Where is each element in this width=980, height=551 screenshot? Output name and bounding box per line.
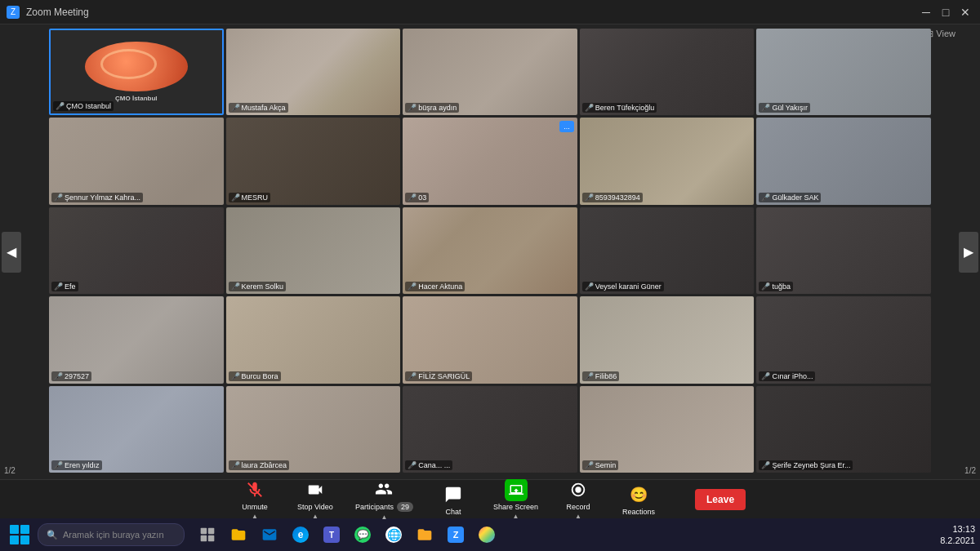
zoom-taskbar-app[interactable]: Z [441,520,470,549]
svg-rect-5 [201,535,207,542]
video-cell-burcu: 🎤 Burcu Bora [226,296,401,383]
search-placeholder: Aramak için buraya yazın [63,530,164,540]
maximize-button[interactable]: □ [938,4,954,20]
taskbar-search[interactable]: 🔍 Aramak için buraya yazın [38,523,185,546]
video-cell-serife: 🎤 Şerife Zeyneb Şura Er... [756,386,931,473]
windows-logo [10,525,29,544]
window-controls: ─ □ ✕ [918,4,973,20]
video-icon [304,478,327,501]
participant-name-cmo: 🎤 ÇMO Istanbul [53,101,114,111]
participant-name-semin: 🎤 Semin [582,460,619,470]
participant-name-serife: 🎤 Şerife Zeyneb Şura Er... [759,460,853,470]
explorer-app[interactable] [410,520,439,549]
participant-name-tugba: 🎤 tuğba [759,282,793,291]
video-cell-hacer: 🎤 Hacer Aktuna [403,207,577,294]
participants-count: 29 [397,502,413,512]
participant-name-efe: 🎤 Efe [51,282,78,291]
record-icon [567,478,590,501]
taskbar-apps: e T 💬 🌐 Z [188,520,937,549]
participant-name-filiz: 🎤 FİLİZ SARIGÜL [405,371,472,381]
video-cell-filib: 🎤 Filib86 [580,296,755,383]
leave-button[interactable]: Leave [695,489,746,510]
participant-name-mustafa: 🎤 Mustafa Akça [229,103,288,113]
video-grid: ÇMO İstanbul 🎤 ÇMO Istanbul 🎤 Mustafa Ak… [24,24,956,479]
video-cell-beren: 🎤 Beren Tüfekçioğlu [580,29,755,115]
taskbar: 🔍 Aramak için buraya yazın e T [0,518,980,551]
start-button[interactable] [5,520,34,549]
mail-app[interactable] [255,520,284,549]
video-cell-phone: 🎤 85939432894 [580,118,755,204]
page-indicator-left: 1/2 [4,466,16,475]
participants-button[interactable]: Participants 29 ▲ [355,478,413,521]
more-options-btn[interactable]: ... [559,121,574,132]
chat-button[interactable]: Chat [433,483,474,516]
video-cell-mesru: 🎤 MESRU [226,118,401,204]
participant-name-burcu: 🎤 Burcu Bora [229,371,281,381]
unmute-label: Unmute [242,503,268,511]
participant-name-phone: 🎤 85939432894 [582,193,643,202]
meeting-area: ◀ 1/2 ⊞ View ÇMO İstanbul 🎤 ÇMO Istanbul… [0,24,980,479]
stop-video-button[interactable]: Stop Video ▲ [295,478,336,520]
nav-prev-button[interactable]: ◀ [2,232,21,273]
participant-name-cana: 🎤 Cana... ... [405,460,452,470]
unmute-button[interactable]: Unmute ▲ [234,478,275,520]
teams-app[interactable]: T [317,520,346,549]
participant-name-cinar: 🎤 Cınar iPho... [759,371,815,381]
participant-name-297527: 🎤 297527 [51,371,91,381]
participant-name-busra: 🎤 büşra aydın [405,103,459,113]
svg-rect-4 [208,528,215,535]
video-cell-laura: 🎤 laura Zbârcea [226,386,401,473]
close-button[interactable]: ✕ [957,4,973,20]
video-cell-busra: 🎤 büşra aydın [403,29,577,115]
file-explorer-app[interactable] [224,520,253,549]
video-cell-mustafa: 🎤 Mustafa Akça [226,29,401,115]
whatsapp-app[interactable]: 💬 [348,520,377,549]
system-tray: 13:13 8.2.2021 [940,523,975,547]
edge-app[interactable]: e [286,520,315,549]
video-cell-filiz: 🎤 FİLİZ SARIGÜL [403,296,577,383]
video-cell-sennur: 🎤 Şennur Yılmaz Kahra... [49,118,224,204]
minimize-button[interactable]: ─ [918,4,934,20]
chat-icon [442,483,465,506]
video-cell-eren: 🎤 Eren yıldız [49,386,224,473]
participant-name-beren: 🎤 Beren Tüfekçioğlu [582,103,657,113]
participant-name-03: 🎤 03 [405,193,429,202]
participants-icon [372,478,395,500]
record-button[interactable]: Record ▲ [558,478,599,520]
participant-name-hacer: 🎤 Hacer Aktuna [405,282,465,291]
video-cell-cinar: 🎤 Cınar iPho... [756,296,931,383]
participant-name-filib: 🎤 Filib86 [582,371,620,381]
video-cell-kerem: 🎤 Kerem Solku [226,207,401,294]
reactions-button[interactable]: 😊 Reactions [618,483,659,516]
page-indicator-right: 1/2 [964,466,976,475]
svg-rect-6 [208,535,215,542]
record-label: Record [567,503,590,511]
svg-point-2 [575,487,581,492]
title-bar: Z Zoom Meeting ─ □ ✕ [0,0,980,24]
task-view-button[interactable] [193,520,222,549]
svg-rect-3 [201,528,207,535]
participants-label: Participants [355,503,394,511]
unmute-icon [243,478,266,501]
video-cell-veysel: 🎤 Veysel karani Güner [580,207,755,294]
share-screen-button[interactable]: Share Screen ▲ [493,478,538,520]
participant-name-sennur: 🎤 Şennur Yılmaz Kahra... [51,193,143,202]
reactions-label: Reactions [622,508,655,516]
nav-next-button[interactable]: ▶ [959,232,978,273]
video-cell-gul: 🎤 Gül Yakışır [756,29,931,115]
window-title: Zoom Meeting [26,7,89,18]
participant-name-kerem: 🎤 Kerem Solku [229,282,287,291]
clock: 13:13 8.2.2021 [940,523,975,547]
video-cell-297527: 🎤 297527 [49,296,224,383]
share-screen-label: Share Screen [493,503,538,511]
app-icon: Z [7,6,20,19]
chrome-app[interactable]: 🌐 [379,520,408,549]
paint-app[interactable] [472,520,501,549]
meeting-toolbar: Unmute ▲ Stop Video ▲ Participants 29 ▲ [0,479,980,518]
video-cell-semin: 🎤 Semin [580,386,755,473]
video-cell-cana: 🎤 Cana... ... [403,386,577,473]
share-screen-icon [505,478,528,501]
video-cell-cmo: ÇMO İstanbul 🎤 ÇMO Istanbul [49,29,224,115]
video-cell-efe: 🎤 Efe [49,207,224,294]
video-cell-tugba: 🎤 tuğba [756,207,931,294]
